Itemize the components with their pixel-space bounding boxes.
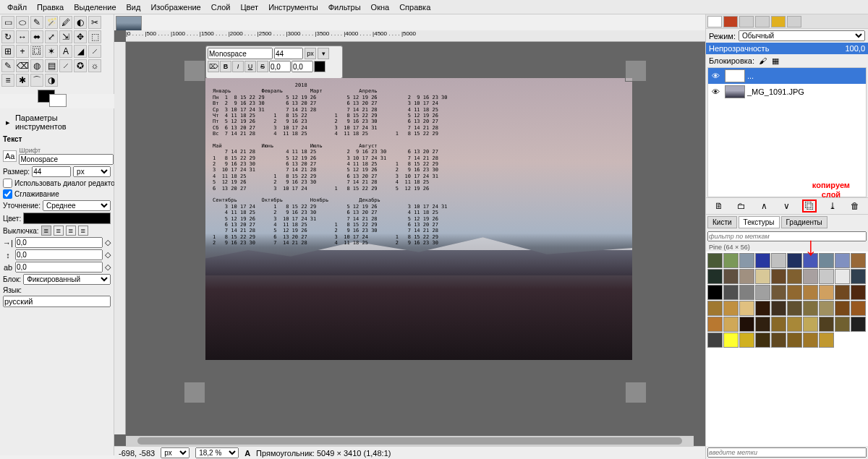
tool-12[interactable]: ✥ [74, 30, 87, 43]
tool-5[interactable]: ◐ [74, 16, 87, 29]
texture-swatch[interactable] [803, 285, 818, 300]
tag-input[interactable] [707, 447, 867, 458]
tool-23[interactable]: ◍ [30, 59, 43, 72]
visibility-icon[interactable]: 👁 [708, 87, 723, 96]
tool-7[interactable]: ↻ [1, 30, 14, 43]
italic-button[interactable]: I [232, 61, 244, 72]
handle-tr[interactable] [625, 60, 647, 82]
background-color[interactable] [49, 94, 67, 107]
texture-swatch[interactable] [787, 253, 802, 268]
canvas-image[interactable]: 2018 Январь Февраль Март Апрель Пн 1 8 1… [205, 78, 632, 360]
paths-tab-icon[interactable] [739, 16, 754, 27]
texture-swatch[interactable] [739, 269, 754, 284]
texture-swatch[interactable] [787, 317, 802, 332]
layer-item[interactable]: 👁_MG_1091.JPG [708, 84, 866, 100]
align-center-icon[interactable]: ≡ [66, 226, 76, 236]
texture-swatch[interactable] [707, 333, 723, 348]
opacity-slider[interactable]: Непрозрачность 100,0 [706, 43, 868, 54]
text-floating-toolbar[interactable]: px ▾ ⌦ B I U S [205, 46, 343, 79]
layers-tab-icon[interactable] [707, 16, 722, 27]
float-size-input[interactable] [274, 48, 303, 59]
menu-окна[interactable]: Окна [367, 1, 394, 13]
tool-25[interactable]: ⟋ [59, 59, 72, 72]
texture-swatch[interactable] [803, 333, 818, 348]
letter-input[interactable] [15, 262, 103, 273]
texture-swatch[interactable] [803, 301, 818, 316]
layer-action-0[interactable]: 🗎 [712, 200, 726, 212]
brush-tab-Градиенты[interactable]: Градиенты [781, 216, 827, 228]
tool-27[interactable]: ☼ [88, 59, 101, 72]
texture-swatch[interactable] [755, 269, 770, 284]
handle-bl[interactable] [184, 382, 205, 403]
texture-swatch[interactable] [819, 301, 834, 316]
menu-изображение[interactable]: Изображение [146, 1, 205, 13]
clear-format-icon[interactable]: ⌦ [208, 61, 219, 72]
tool-22[interactable]: ⌫ [16, 59, 29, 72]
brush-tab-icon[interactable] [787, 16, 801, 27]
tool-16[interactable]: ⿴ [30, 45, 43, 58]
texture-swatch[interactable] [819, 253, 834, 268]
color-swatches[interactable] [1, 90, 112, 107]
texture-swatch[interactable] [771, 253, 786, 268]
texture-swatch[interactable] [755, 333, 770, 348]
texture-swatch[interactable] [707, 285, 723, 300]
texture-swatch[interactable] [771, 285, 786, 300]
texture-swatch[interactable] [771, 333, 786, 348]
texture-swatch[interactable] [803, 253, 818, 268]
line-input[interactable] [15, 249, 103, 260]
texture-swatch[interactable] [771, 317, 786, 332]
tool-17[interactable]: ✶ [45, 45, 58, 58]
texture-swatch[interactable] [755, 253, 770, 268]
texture-swatch[interactable] [851, 269, 866, 284]
tool-3[interactable]: 🪄 [45, 16, 58, 29]
texture-swatch[interactable] [707, 317, 723, 332]
menu-слой[interactable]: Слой [207, 1, 235, 13]
ruler-vertical[interactable] [114, 42, 126, 434]
texture-swatch[interactable] [787, 333, 802, 348]
texture-swatch[interactable] [739, 253, 754, 268]
align-left-icon[interactable]: ≡ [41, 226, 51, 236]
menu-справка[interactable]: Справка [395, 1, 435, 13]
menu-вид[interactable]: Вид [122, 1, 145, 13]
kerning-input[interactable] [292, 61, 313, 72]
layer-action-3[interactable]: ∨ [780, 200, 793, 212]
tool-8[interactable]: ↔ [16, 30, 29, 43]
tool-4[interactable]: 🖉 [59, 16, 72, 29]
texture-swatch[interactable] [771, 269, 786, 284]
history-tab-icon[interactable] [771, 16, 786, 27]
spinner-icon[interactable]: ◇ [105, 262, 111, 272]
spinner-icon[interactable]: ◇ [105, 238, 111, 247]
tool-20[interactable]: ⟋ [88, 45, 101, 58]
menu-файл[interactable]: Файл [3, 1, 31, 13]
tool-24[interactable]: ▤ [45, 59, 58, 72]
tool-28[interactable]: ≡ [1, 74, 14, 87]
menu-фильтры[interactable]: Фильтры [324, 1, 365, 13]
texture-swatch[interactable] [723, 285, 739, 300]
texture-swatch[interactable] [835, 301, 850, 316]
texture-swatch[interactable] [787, 269, 802, 284]
mode-select[interactable]: Обычный [739, 30, 865, 41]
texture-swatch[interactable] [707, 253, 723, 268]
underline-button[interactable]: U [244, 61, 256, 72]
bold-button[interactable]: B [220, 61, 231, 72]
size-unit-select[interactable]: px [73, 166, 111, 177]
tool-30[interactable]: ⌒ [30, 74, 43, 87]
channels-tab-icon[interactable] [723, 16, 738, 27]
hinting-select[interactable]: Среднее [43, 200, 111, 211]
layer-action-5[interactable]: ⤓ [826, 200, 839, 212]
texture-swatch[interactable] [819, 317, 834, 332]
texture-swatch[interactable] [803, 317, 818, 332]
tool-13[interactable]: ⬚ [88, 30, 101, 43]
texture-swatch[interactable] [803, 269, 818, 284]
texture-swatch[interactable] [835, 317, 850, 332]
antialias-checkbox[interactable] [3, 189, 12, 199]
handle-br[interactable] [625, 382, 647, 403]
brush-tab-Кисти[interactable]: Кисти [707, 216, 737, 228]
layer-action-2[interactable]: ∧ [758, 200, 771, 212]
tool-10[interactable]: ⤢ [45, 30, 58, 43]
editor-dialog-checkbox[interactable] [3, 179, 12, 188]
handle-tl[interactable] [184, 60, 205, 82]
texture-swatch[interactable] [707, 301, 723, 316]
texture-filter-input[interactable] [707, 231, 867, 241]
tool-21[interactable]: ✎ [1, 59, 14, 72]
